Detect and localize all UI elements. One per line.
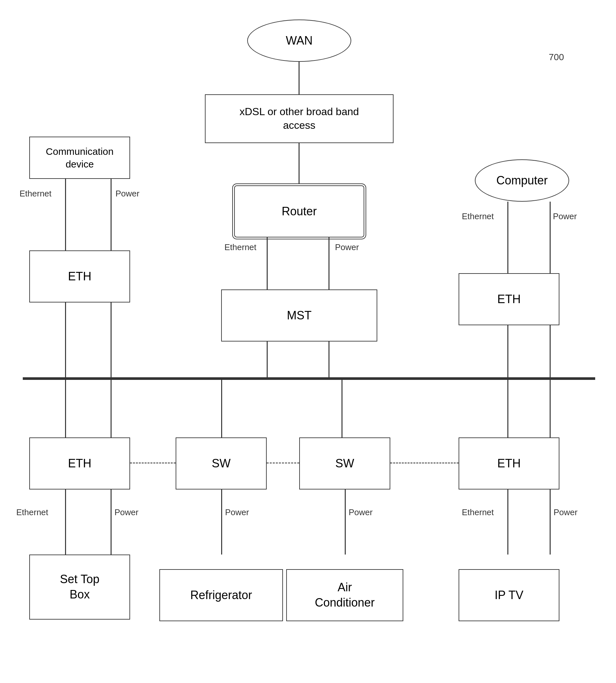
eth-right-top-node: ETH [459, 273, 559, 325]
wan-label: WAN [286, 34, 313, 47]
line-eth-right2-bus [550, 325, 551, 379]
line-mst2-bus [329, 342, 329, 379]
line-sw-right-pwr [345, 489, 346, 554]
router-label: Router [282, 204, 317, 218]
sw-right-power-label: Power [349, 507, 373, 517]
comm-device-label: Communicationdevice [46, 145, 113, 171]
air-conditioner-node: AirConditioner [286, 569, 403, 621]
eth-left-top-label: ETH [68, 270, 91, 283]
line-router-eth-left [267, 237, 268, 289]
ip-tv-label: IP TV [495, 588, 524, 602]
eth-bot-right-label: ETH [497, 457, 521, 470]
line-bus-eth-bot-left [65, 379, 66, 437]
iptv-power-label: Power [554, 507, 578, 517]
line-bus-eth-bot-left2 [111, 379, 112, 437]
set-top-box-label: Set TopBox [60, 572, 99, 602]
line-eth-left-bus [65, 303, 66, 379]
line-xdsl-router [299, 143, 300, 185]
iptv-ethernet-label: Ethernet [462, 507, 494, 517]
line-eth-bot-left-pwr [111, 489, 112, 554]
line-comp-eth [507, 202, 508, 273]
mst-node: MST [221, 289, 377, 342]
computer-label: Computer [496, 174, 548, 188]
line-bus-sw-right [342, 379, 343, 437]
line-comm-power [111, 179, 112, 250]
line-comm-eth [65, 179, 66, 250]
sw-bot-mid-left-node: SW [176, 437, 267, 489]
ip-tv-node: IP TV [459, 569, 559, 621]
router-power-label: Power [335, 242, 359, 252]
comm-power-label: Power [115, 189, 139, 199]
line-bus-sw-left [221, 379, 222, 437]
line-mst-bus [267, 342, 268, 379]
line-router-eth-right [329, 237, 329, 289]
refrigerator-node: Refrigerator [159, 569, 283, 621]
sw-bot-mid-right-node: SW [299, 437, 390, 489]
network-diagram: 700 WAN xDSL or other broad bandaccess R… [0, 0, 616, 683]
comp-ethernet-label: Ethernet [462, 212, 494, 221]
line-eth-left2-bus [111, 303, 112, 379]
xdsl-node: xDSL or other broad bandaccess [205, 94, 394, 143]
wan-node: WAN [247, 20, 351, 62]
bus-line [23, 377, 595, 380]
eth-left-top-node: ETH [29, 250, 130, 303]
comm-ethernet-label: Ethernet [20, 189, 51, 199]
xdsl-label: xDSL or other broad bandaccess [239, 105, 359, 132]
set-top-box-node: Set TopBox [29, 554, 130, 620]
stb-power-label: Power [114, 507, 138, 517]
dashed-eth-sw-left [130, 462, 176, 463]
eth-bot-left-label: ETH [68, 457, 91, 470]
router-ethernet-label: Ethernet [224, 242, 256, 252]
refrigerator-label: Refrigerator [190, 588, 252, 602]
dashed-sw-eth-right [390, 462, 459, 463]
mst-label: MST [287, 309, 312, 322]
line-eth-bot-right-pwr [550, 489, 551, 554]
line-wan-xdsl [299, 62, 300, 94]
eth-bot-right-node: ETH [459, 437, 559, 489]
figure-number: 700 [549, 52, 564, 63]
computer-node: Computer [475, 159, 569, 202]
line-eth-right-bus [507, 325, 508, 379]
air-conditioner-label: AirConditioner [315, 580, 375, 611]
sw-left-power-label: Power [225, 507, 249, 517]
stb-ethernet-label: Ethernet [16, 507, 48, 517]
line-bus-eth-bot-right2 [550, 379, 551, 437]
comm-device-node: Communicationdevice [29, 137, 130, 179]
line-eth-bot-left-eth [65, 489, 66, 554]
line-bus-eth-bot-right [507, 379, 508, 437]
eth-right-top-label: ETH [497, 292, 521, 306]
comp-power-label: Power [553, 212, 577, 221]
dashed-sw-sw [267, 462, 299, 463]
sw-bot-mid-right-label: SW [335, 457, 354, 470]
line-sw-left-pwr [221, 489, 222, 554]
sw-bot-mid-left-label: SW [212, 457, 230, 470]
line-comp-power [550, 202, 551, 273]
line-eth-bot-right-eth [507, 489, 508, 554]
eth-bot-left-node: ETH [29, 437, 130, 489]
router-node: Router [234, 185, 364, 237]
